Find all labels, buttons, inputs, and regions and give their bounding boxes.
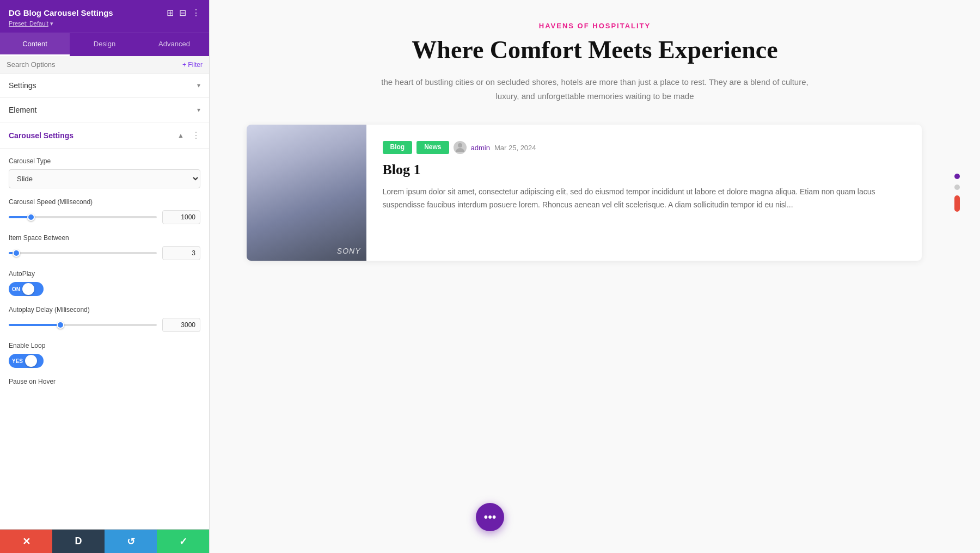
svg-point-0 <box>458 143 462 148</box>
enable-loop-toggle-label: YES <box>10 357 25 365</box>
grid-icon[interactable]: ⊞ <box>167 8 174 18</box>
more-icon[interactable]: ⋮ <box>192 8 200 18</box>
tabs: Content Design Advanced <box>0 33 209 56</box>
blog-card-body: Blog News admin Mar 25, 2024 Blog 1 Lore… <box>366 125 922 261</box>
carousel-settings-content: Carousel Type Slide Fade Cube Flip Carou… <box>0 149 209 404</box>
autoplay-toggle-row: ON <box>9 282 200 296</box>
blog-card: SONY Blog News admin Mar 25, 2024 <box>247 125 922 261</box>
enable-loop-group: Enable Loop YES <box>9 342 200 368</box>
blog-date: Mar 25, 2024 <box>494 144 536 152</box>
header-icons: ⊞ ⊟ ⋮ <box>167 8 200 18</box>
item-space-thumb[interactable] <box>13 249 20 257</box>
page-title: Where Comfort Meets Experience <box>247 35 944 64</box>
tag-news[interactable]: News <box>416 141 449 154</box>
autoplay-delay-slider-row: 3000 <box>9 318 200 332</box>
carousel-chevron-icon: ▲ <box>177 132 184 139</box>
carousel-section-title: Carousel Settings <box>9 131 74 140</box>
right-content: HAVENS OF HOSPITALITY Where Comfort Meet… <box>210 0 980 553</box>
element-section-header[interactable]: Element ▾ <box>0 98 209 122</box>
blog-tags: Blog News admin Mar 25, 2024 <box>383 141 905 154</box>
carousel-speed-slider-row: 1000 <box>9 210 200 224</box>
reset-button[interactable]: ↺ <box>105 530 157 553</box>
settings-section-header[interactable]: Settings ▾ <box>0 73 209 98</box>
panel-body: Settings ▾ Element ▾ Carousel Settings ▲… <box>0 73 209 529</box>
autoplay-toggle-knob <box>22 283 34 295</box>
item-space-track[interactable] <box>9 252 157 254</box>
carousel-section-header[interactable]: Carousel Settings ▲ ⋮ <box>0 122 209 149</box>
element-chevron-icon: ▾ <box>197 106 200 114</box>
settings-chevron-icon: ▾ <box>197 82 200 89</box>
blog-excerpt: Lorem ipsum dolor sit amet, consectetur … <box>383 186 905 212</box>
enable-loop-toggle-row: YES <box>9 354 200 368</box>
tab-advanced[interactable]: Advanced <box>139 33 209 56</box>
autoplay-group: AutoPlay ON <box>9 270 200 296</box>
filter-button[interactable]: + Filter <box>182 61 203 69</box>
item-space-slider-row: 3 <box>9 246 200 260</box>
columns-icon[interactable]: ⊟ <box>179 8 186 18</box>
autoplay-delay-label: Autoplay Delay (Milisecond) <box>9 306 200 314</box>
carousel-type-select[interactable]: Slide Fade Cube Flip <box>9 169 200 188</box>
blog-meta-inline: admin Mar 25, 2024 <box>454 141 536 154</box>
carousel-speed-group: Carousel Speed (Milisecond) 1000 <box>9 198 200 224</box>
page-subtitle: HAVENS OF HOSPITALITY <box>247 22 944 30</box>
item-space-input[interactable]: 3 <box>162 246 200 260</box>
cancel-button[interactable]: ✕ <box>0 530 52 553</box>
tag-blog[interactable]: Blog <box>383 141 413 154</box>
autoplay-delay-track[interactable] <box>9 324 157 326</box>
search-input[interactable] <box>7 60 182 69</box>
author-name[interactable]: admin <box>471 144 490 152</box>
left-panel: DG Blog Carousel Settings ⊞ ⊟ ⋮ Preset: … <box>0 0 210 553</box>
search-bar: + Filter <box>0 56 209 73</box>
element-section-title: Element <box>9 106 36 114</box>
page-description: the heart of bustling cities or on seclu… <box>377 75 813 103</box>
page-content: HAVENS OF HOSPITALITY Where Comfort Meet… <box>214 0 976 299</box>
pause-hover-label: Pause on Hover <box>9 378 200 385</box>
carousel-speed-label: Carousel Speed (Milisecond) <box>9 198 200 206</box>
author-avatar <box>454 141 467 154</box>
pause-hover-group: Pause on Hover <box>9 378 200 385</box>
autoplay-toggle-label: ON <box>10 285 22 293</box>
history-button[interactable]: D <box>52 530 105 553</box>
item-space-label: Item Space Between <box>9 234 200 242</box>
save-button[interactable]: ✓ <box>157 530 209 553</box>
dot-1[interactable] <box>954 174 960 179</box>
floating-action-button[interactable]: ••• <box>476 503 504 531</box>
carousel-more-icon[interactable]: ⋮ <box>192 130 200 140</box>
tab-design[interactable]: Design <box>70 33 139 56</box>
autoplay-toggle[interactable]: ON <box>9 282 44 296</box>
blog-title: Blog 1 <box>383 162 905 178</box>
carousel-dots <box>954 174 960 212</box>
panel-header: DG Blog Carousel Settings ⊞ ⊟ ⋮ Preset: … <box>0 0 209 33</box>
carousel-speed-input[interactable]: 1000 <box>162 210 200 224</box>
autoplay-label: AutoPlay <box>9 270 200 278</box>
preset-label: Preset: Default ▾ <box>9 20 200 27</box>
card-wrapper: SONY Blog News admin Mar 25, 2024 <box>247 125 944 261</box>
carousel-speed-thumb[interactable] <box>27 213 35 221</box>
dot-3[interactable] <box>954 195 960 212</box>
carousel-type-group: Carousel Type Slide Fade Cube Flip <box>9 157 200 188</box>
settings-section-title: Settings <box>9 81 36 90</box>
autoplay-delay-input[interactable]: 3000 <box>162 318 200 332</box>
enable-loop-label: Enable Loop <box>9 342 200 349</box>
bottom-bar: ✕ D ↺ ✓ <box>0 529 209 553</box>
panel-title: DG Blog Carousel Settings <box>9 8 113 17</box>
autoplay-delay-fill <box>9 324 60 326</box>
enable-loop-toggle[interactable]: YES <box>9 354 44 368</box>
tab-content[interactable]: Content <box>0 33 70 56</box>
sony-label: SONY <box>337 247 361 255</box>
dot-2[interactable] <box>954 185 960 190</box>
blog-card-image: SONY <box>247 125 366 261</box>
carousel-type-label: Carousel Type <box>9 157 200 165</box>
carousel-speed-track[interactable] <box>9 216 157 218</box>
enable-loop-toggle-knob <box>25 355 37 367</box>
item-space-group: Item Space Between 3 <box>9 234 200 260</box>
autoplay-delay-thumb[interactable] <box>57 321 64 329</box>
autoplay-delay-group: Autoplay Delay (Milisecond) 3000 <box>9 306 200 332</box>
